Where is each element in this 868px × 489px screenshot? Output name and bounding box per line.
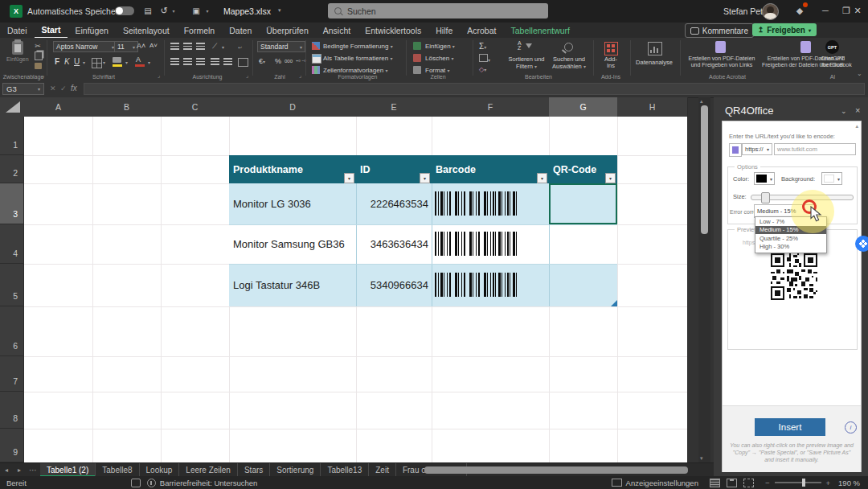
accessibility-status[interactable]: Barrierefreiheit: Untersuchen	[160, 479, 257, 487]
alignment-dialog-launcher[interactable]: ⌟	[246, 72, 248, 79]
sheet-tab-tabelle13[interactable]: Tabelle13	[321, 463, 369, 477]
tab-acrobat[interactable]: Acrobat	[460, 23, 503, 38]
chatgpt-button[interactable]: ChatGPTfor Excel	[817, 55, 849, 68]
chatgpt-icon[interactable]: GPT	[825, 40, 839, 54]
sheet-tab-tabelle1-2[interactable]: Tabelle1 (2)	[40, 463, 96, 477]
col-header-f[interactable]: F	[432, 97, 550, 117]
name-box[interactable]: G3▾	[2, 83, 44, 95]
row-header-8[interactable]: 8	[0, 392, 24, 429]
row-header-7[interactable]: 7	[0, 356, 24, 392]
barcode-image-3[interactable]	[435, 273, 518, 297]
fill-button[interactable]: ▾	[479, 54, 490, 64]
row-header-6[interactable]: 6	[0, 306, 24, 356]
borders-dropdown-icon[interactable]: ▾	[103, 60, 105, 65]
col-header-e[interactable]: E	[356, 97, 432, 117]
minimize-button[interactable]: ─	[815, 2, 836, 19]
enter-icon[interactable]: ✓	[60, 84, 67, 92]
number-dialog-launcher[interactable]: ⌟	[299, 72, 301, 79]
table-header-barcode[interactable]: Barcode	[432, 155, 549, 183]
selected-cell-g3[interactable]	[549, 183, 617, 224]
save-icon[interactable]: ▤	[141, 4, 154, 17]
tab-hilfe[interactable]: Hilfe	[428, 23, 460, 38]
insert-cells-button[interactable]: Einfügen ▾	[425, 43, 455, 50]
autosave-toggle[interactable]	[115, 6, 134, 15]
conditional-formatting-icon[interactable]	[312, 42, 320, 50]
pdf-share-link-button[interactable]: Erstellen von PDF-Dateienund Freigeben v…	[683, 55, 760, 68]
font-size-combo[interactable]: 11▾	[114, 41, 138, 52]
currency-icon[interactable]: €▾	[259, 57, 265, 65]
cell-product-3[interactable]: Logi Tastatur 346B	[233, 264, 320, 306]
avatar[interactable]	[762, 3, 779, 20]
cell-styles-button[interactable]: Zellenformatvorlagen ▾	[323, 67, 387, 74]
size-slider-thumb[interactable]	[761, 192, 770, 203]
cell-id-1[interactable]: 2226463534	[356, 183, 428, 224]
format-cells-button[interactable]: Format ▾	[425, 67, 450, 74]
addins-button[interactable]: Add-Ins	[601, 56, 620, 69]
sort-filter-button[interactable]: AZ Sortieren undFiltern ▾	[508, 41, 545, 76]
col-header-g[interactable]: G	[549, 97, 618, 117]
row-header-5[interactable]: 5	[0, 264, 24, 306]
align-top-icon[interactable]	[170, 43, 179, 50]
sheet-nav-right-icon[interactable]: ▸	[13, 463, 26, 477]
scroll-down-icon[interactable]: ▾	[700, 455, 703, 462]
align-bottom-icon[interactable]	[196, 43, 205, 50]
sheet-tab-sortierung[interactable]: Sortierung	[270, 463, 321, 477]
tab-einfuegen[interactable]: Einfügen	[68, 23, 115, 38]
col-header-d[interactable]: D	[229, 97, 357, 117]
paste-button[interactable]: Einfügen	[10, 41, 27, 62]
wrap-text-icon[interactable]: ↩	[238, 44, 242, 50]
row-header-9[interactable]: 9	[0, 429, 24, 462]
pdf-share-link-icon[interactable]	[715, 41, 726, 53]
font-name-combo[interactable]: Aptos Narrow▾	[53, 41, 117, 52]
filter-button-id[interactable]: ▾	[420, 173, 430, 183]
camera-icon[interactable]: ▣	[190, 4, 203, 17]
formula-input[interactable]	[84, 83, 865, 95]
sheet-nav-left-icon[interactable]: ◂	[0, 463, 13, 477]
zoom-level[interactable]: 190 %	[838, 479, 860, 487]
orientation-dropdown-icon[interactable]: ▾	[222, 44, 224, 50]
font-color-icon[interactable]: A	[135, 55, 145, 67]
tab-daten[interactable]: Daten	[222, 23, 259, 38]
undo-dropdown-icon[interactable]: ▾	[170, 6, 177, 14]
delete-cells-icon[interactable]	[413, 54, 421, 62]
data-analysis-button[interactable]: Datenanalyse	[632, 59, 677, 66]
sheet-tab-leere-zeilen[interactable]: Leere Zeilen	[179, 463, 238, 477]
collapse-ribbon-icon[interactable]: ⌄	[857, 70, 862, 77]
grow-font-icon[interactable]: A˄	[137, 42, 145, 50]
cell-id-2[interactable]: 3463636434	[356, 224, 428, 264]
percent-icon[interactable]: %	[275, 57, 281, 65]
zoom-in-icon[interactable]: +	[826, 479, 831, 487]
row-header-2[interactable]: 2	[0, 155, 24, 183]
barcode-image-1[interactable]	[435, 191, 518, 216]
orientation-icon[interactable]: ⟋	[212, 42, 217, 51]
clipboard-dialog-launcher[interactable]: ⌟	[42, 72, 44, 79]
format-painter-icon[interactable]	[35, 63, 42, 69]
col-header-b[interactable]: B	[92, 97, 162, 117]
insert-cells-icon[interactable]	[413, 42, 421, 50]
share-overlay-icon[interactable]	[855, 236, 868, 252]
addins-icon[interactable]	[604, 42, 618, 55]
tab-ansicht[interactable]: Ansicht	[316, 23, 358, 38]
page-layout-view-icon[interactable]	[727, 479, 737, 487]
align-center-icon[interactable]	[183, 58, 192, 65]
horizontal-scroll-thumb[interactable]	[424, 466, 688, 474]
tab-seitenlayout[interactable]: Seitenlayout	[116, 23, 177, 38]
decrease-indent-icon[interactable]	[211, 58, 219, 65]
filter-button-produktname[interactable]: ▾	[344, 173, 354, 183]
col-header-h[interactable]: H	[617, 97, 688, 117]
rewards-icon[interactable]: ◆	[792, 4, 807, 17]
tab-datei[interactable]: Datei	[0, 23, 35, 38]
conditional-formatting-button[interactable]: Bedingte Formatierung ▾	[323, 43, 393, 50]
format-as-table-button[interactable]: Als Tabelle formatieren ▾	[323, 55, 392, 62]
cell-product-2[interactable]: Monitor Samsung GB36	[233, 224, 345, 264]
autosum-button[interactable]: Σ▾	[479, 42, 486, 51]
cell-id-3[interactable]: 5340966634	[356, 264, 428, 306]
underline-dropdown-icon[interactable]: ▾	[83, 60, 85, 65]
format-cells-icon[interactable]	[413, 66, 421, 74]
vertical-scrollbar[interactable]: ▴ ▾	[698, 97, 710, 462]
find-select-button[interactable]: Suchen undAuswählen ▾	[550, 41, 588, 76]
table-resize-handle[interactable]	[611, 300, 617, 306]
table-header-produktname[interactable]: Produktkname	[229, 155, 356, 183]
pdf-outlook-icon[interactable]	[800, 41, 811, 53]
panel-expand-icon[interactable]: ▴	[855, 123, 858, 129]
